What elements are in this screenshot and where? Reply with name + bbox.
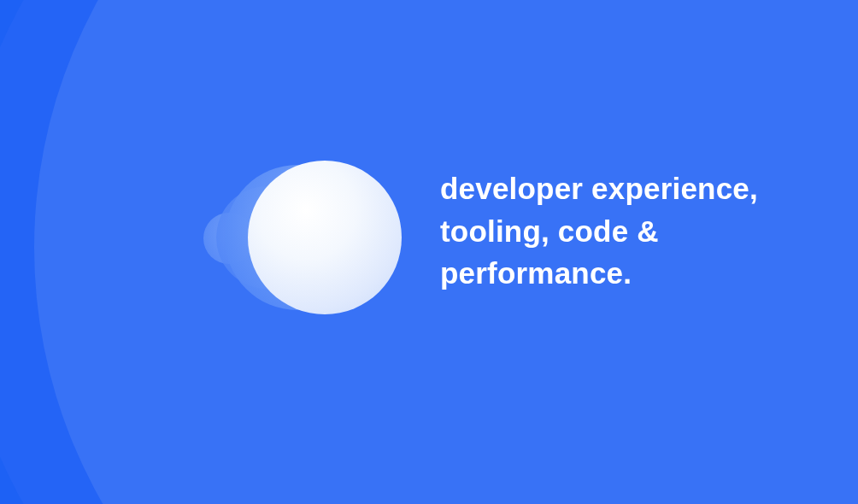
sphere-icon [248,161,402,314]
hero-headline: developer experience, tooling, code & pe… [440,167,833,295]
